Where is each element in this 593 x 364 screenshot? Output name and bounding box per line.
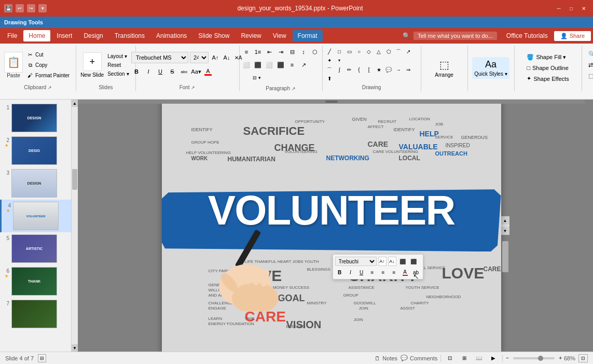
normal-view-btn[interactable]: ⊡ [444,354,456,363]
comments-button[interactable]: 💬 Comments [401,355,437,361]
increase-font-btn[interactable]: A↑ [210,52,220,63]
reset-button[interactable]: Reset [105,61,131,69]
shape-other1[interactable]: ⌒ [394,48,403,56]
slide-sorter-btn[interactable]: ⊞ [459,354,470,363]
mini-align1[interactable]: ⬛ [398,257,407,266]
layout-button[interactable]: Layout ▾ [105,52,131,60]
columns-btn[interactable]: ⊟ [287,47,297,57]
shape-freeform[interactable]: ✏ [344,66,354,74]
mini-align-left[interactable]: ≡ [368,268,377,277]
bold-btn[interactable]: B [131,66,142,77]
changecase-btn[interactable]: Aa▾ [191,66,201,77]
select-button[interactable]: ⬚ Select ▾ [586,72,593,80]
mini-align-center[interactable]: ≡ [379,268,388,277]
mini-highlight-btn[interactable]: ab [411,268,421,277]
slide-thumb-6[interactable]: 6 ★ THANK [0,265,71,298]
shape-bracket[interactable]: [ [364,66,374,74]
smartart-btn[interactable]: ⬡ [310,47,320,57]
new-slide-button[interactable]: + New Slide [80,52,104,78]
align-center-btn[interactable]: ⬛ [253,60,263,70]
mini-font-select[interactable]: Trebuchi [335,257,377,266]
decrease-font-btn[interactable]: A↓ [222,52,232,63]
find-button[interactable]: 🔍 Find [586,50,593,59]
shape-triangle[interactable]: △ [374,48,383,56]
shape-arc[interactable]: ⌒ [325,66,334,74]
line-spacing-btn[interactable]: ≡ [287,60,297,70]
shape-star[interactable]: ★ [374,66,383,74]
menu-design[interactable]: Design [78,30,108,41]
mini-italic-btn[interactable]: I [346,268,355,277]
mini-align-right[interactable]: ≡ [390,268,399,277]
slideshow-view-btn[interactable]: ▶ [488,354,499,363]
scroll-down-btn[interactable]: ▼ [501,227,509,235]
shape-arrow2[interactable]: ⇒ [404,66,413,74]
shape-arrow3[interactable]: ⬆ [325,75,334,83]
main-volunteer-text[interactable]: VOLUNTEER [208,187,454,234]
zoom-in-btn[interactable]: + [559,355,562,361]
panel-scroll-down[interactable]: ▼ [72,344,78,352]
menu-view[interactable]: View [268,30,292,41]
customize-icon[interactable]: ▾ [38,4,47,12]
arrange-button[interactable]: ⬚ Arrange [435,59,453,78]
quick-styles-button[interactable]: Aa Quick Styles ▾ [472,57,509,79]
paragraph-expand-btn[interactable]: ⊟ ▾ [241,73,272,83]
notes-button[interactable]: 🗒 Notes [375,355,397,361]
slide-thumb-2[interactable]: 2 ★ DESIG [0,134,71,167]
fit-window-btn[interactable]: ⊡ [578,354,588,362]
copy-button[interactable]: ⧉ Copy [24,61,72,70]
shape-rect[interactable]: □ [335,48,344,56]
slide-thumb-4[interactable]: 4 ★ VOLUNTEER [0,200,71,232]
mini-underline-btn[interactable]: U [357,268,366,277]
section-button[interactable]: Section ▾ [105,70,131,78]
shape-round-rect[interactable]: ▭ [344,48,354,56]
shape-arrow1[interactable]: → [394,66,403,74]
shape-other2[interactable]: ↗ [404,48,413,56]
replace-button[interactable]: ⇄ Replace [586,61,593,69]
close-button[interactable]: ✕ [578,4,589,12]
maximize-button[interactable]: □ [566,4,576,12]
mini-bold-btn[interactable]: B [335,268,344,277]
font-name-select[interactable]: Trebuchet MS [131,52,188,63]
slide-layout-icon[interactable]: ⊟ [38,354,46,362]
shape-fill-button[interactable]: 🪣 Shape Fill ▾ [525,53,571,62]
scroll-thumb[interactable] [502,241,508,272]
menu-transitions[interactable]: Transitions [109,30,150,41]
panel-scroll-thumb[interactable] [72,169,77,190]
fontcolor-btn[interactable]: A [203,66,213,77]
minimize-button[interactable]: ─ [554,4,564,12]
menu-insert[interactable]: Insert [51,30,77,41]
menu-home[interactable]: Home [23,30,50,41]
menu-animations[interactable]: Animations [151,30,192,41]
mini-decrease-size[interactable]: A↓ [388,257,396,266]
redo-icon[interactable]: ↪ [27,4,35,12]
share-button[interactable]: 👤 Share [554,31,591,41]
menu-file[interactable]: File [2,30,22,41]
shape-callout[interactable]: 💬 [384,66,393,74]
para-expand-btn[interactable]: ↗ [298,60,309,70]
scroll-up-btn[interactable]: ▲ [501,216,509,225]
numbering-btn[interactable]: 1≡ [253,47,263,57]
mini-increase-size[interactable]: A↑ [378,257,387,266]
shape-pentagon[interactable]: ⬠ [384,48,393,56]
save-icon[interactable]: 💾 [4,4,12,12]
reading-view-btn[interactable]: 📖 [473,354,485,363]
direction-btn[interactable]: ↕ [298,47,309,57]
zoom-slider[interactable] [513,357,555,359]
cut-button[interactable]: ✂ Cut [24,50,72,60]
shape-circle[interactable]: ○ [354,48,364,56]
justify-btn[interactable]: ⬛ [275,60,286,70]
align-left-btn[interactable]: ⬜ [241,60,252,70]
office-tutorials-link[interactable]: Office Tutorials [501,30,553,41]
align-right-btn[interactable]: ⬜ [264,60,274,70]
slide-thumb-7[interactable]: 7 [0,298,71,330]
smallcaps-btn[interactable]: abc [179,66,189,77]
panel-scroll-up[interactable]: ▲ [72,100,78,107]
tell-me-box[interactable]: Tell me what you want to do... [413,32,497,40]
shape-line[interactable]: ╱ [325,48,334,56]
shape-effects-button[interactable]: ✦ Shape Effects [525,74,571,83]
shape-diamond[interactable]: ◇ [364,48,374,56]
mini-fontcolor-btn[interactable]: A [401,268,410,277]
mini-align2[interactable]: ⬛ [409,257,418,266]
undo-icon[interactable]: ↩ [16,4,24,12]
slide-thumb-5[interactable]: 5 ARTISTIC [0,232,71,265]
